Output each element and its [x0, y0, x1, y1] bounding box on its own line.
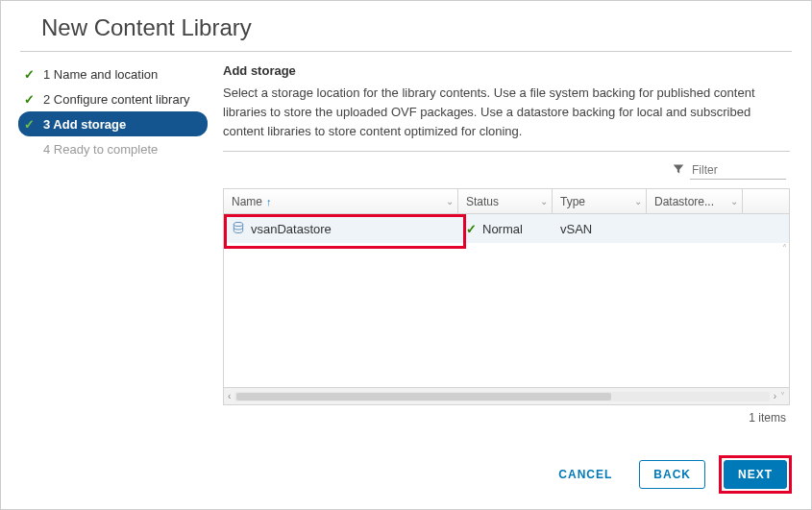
column-status[interactable]: Status ⌄	[458, 189, 553, 213]
column-label: Name	[232, 195, 262, 208]
cell-name: vsanDatastore	[224, 214, 458, 243]
column-label: Type	[560, 195, 585, 208]
cell-cluster	[647, 214, 743, 243]
cell-type-text: vSAN	[560, 222, 592, 236]
filter-icon[interactable]	[673, 163, 684, 178]
cell-status: ✓ Normal	[458, 214, 553, 243]
scroll-down-icon[interactable]: ˅	[780, 391, 785, 401]
divider	[223, 151, 790, 152]
scroll-up-icon[interactable]: ˄	[782, 243, 787, 254]
sort-asc-icon: ↑	[266, 196, 272, 207]
grid-items-count: 1 items	[223, 405, 790, 426]
step-add-storage[interactable]: ✓ 3 Add storage	[18, 111, 208, 136]
grid-body: vsanDatastore ✓ Normal vSAN	[224, 214, 789, 387]
cell-status-text: Normal	[482, 222, 523, 236]
scroll-track[interactable]	[234, 392, 769, 401]
chevron-down-icon[interactable]: ⌄	[730, 196, 738, 206]
scroll-left-icon[interactable]: ‹	[228, 391, 231, 401]
cancel-button[interactable]: CANCEL	[545, 461, 626, 488]
step-list: ✓ 1 Name and location ✓ 2 Configure cont…	[1, 52, 217, 444]
wizard-footer: CANCEL BACK NEXT	[1, 444, 811, 509]
column-type[interactable]: Type ⌄	[553, 189, 647, 213]
scroll-right-icon[interactable]: ›	[774, 391, 776, 401]
svg-point-0	[234, 222, 242, 226]
wizard-title: New Content Library	[20, 1, 792, 52]
cell-name-text: vsanDatastore	[251, 222, 332, 236]
check-icon: ✓	[22, 92, 36, 107]
chevron-down-icon[interactable]: ⌄	[446, 196, 454, 206]
grid-header: Name ↑ ⌄ Status ⌄ Type ⌄ Datastore...	[224, 189, 789, 214]
cell-spacer	[743, 214, 789, 243]
step-label: 3 Add storage	[43, 117, 126, 132]
column-datastore-cluster[interactable]: Datastore... ⌄	[647, 189, 743, 213]
datastore-icon	[232, 221, 245, 237]
back-button[interactable]: BACK	[639, 460, 705, 489]
column-label: Datastore...	[654, 195, 714, 208]
section-description: Select a storage location for the librar…	[223, 84, 790, 141]
step-name-location[interactable]: ✓ 1 Name and location	[18, 61, 208, 86]
check-icon: ✓	[22, 67, 36, 82]
step-configure-library[interactable]: ✓ 2 Configure content library	[18, 86, 208, 111]
column-name[interactable]: Name ↑ ⌄	[224, 189, 458, 213]
chevron-down-icon[interactable]: ⌄	[540, 196, 548, 206]
status-ok-icon: ✓	[466, 222, 477, 236]
filter-row	[223, 158, 790, 182]
wizard-body: ✓ 1 Name and location ✓ 2 Configure cont…	[1, 52, 811, 444]
step-label: 4 Ready to complete	[43, 142, 158, 157]
check-icon: ✓	[22, 117, 36, 132]
step-label: 2 Configure content library	[43, 92, 189, 107]
next-button[interactable]: NEXT	[724, 460, 787, 489]
table-row[interactable]: vsanDatastore ✓ Normal vSAN	[224, 214, 789, 243]
chevron-down-icon[interactable]: ⌄	[634, 196, 642, 206]
scroll-thumb[interactable]	[236, 393, 610, 401]
highlight-next: NEXT	[719, 455, 792, 494]
column-spacer	[743, 189, 789, 213]
datastore-grid: Name ↑ ⌄ Status ⌄ Type ⌄ Datastore...	[223, 188, 790, 405]
horizontal-scrollbar[interactable]: ‹ › ˅	[224, 387, 789, 404]
column-label: Status	[466, 195, 499, 208]
new-content-library-wizard: New Content Library ✓ 1 Name and locatio…	[0, 0, 812, 510]
step-label: 1 Name and location	[43, 67, 158, 82]
main-panel: Add storage Select a storage location fo…	[217, 52, 811, 444]
cell-type: vSAN	[553, 214, 647, 243]
step-ready-complete: ✓ 4 Ready to complete	[18, 136, 208, 161]
filter-input[interactable]	[690, 161, 786, 180]
section-heading: Add storage	[223, 63, 790, 78]
